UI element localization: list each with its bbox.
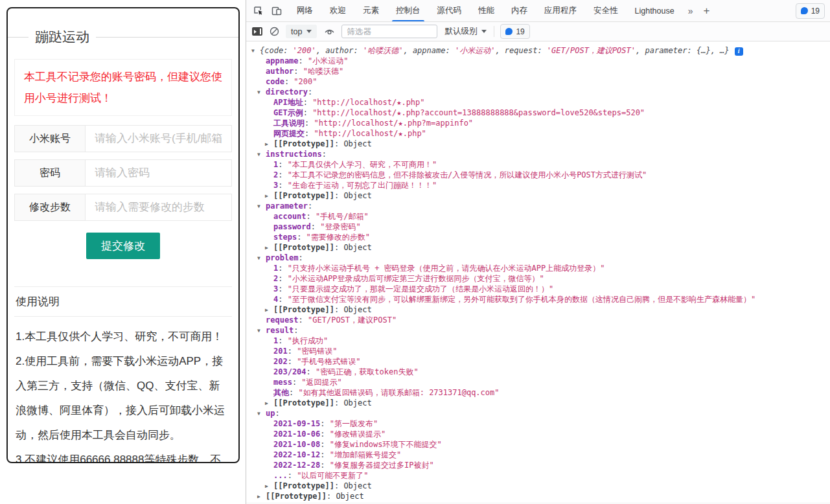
property-key: mess: [273, 378, 292, 387]
devtools-tabs: 网络欢迎元素控制台源代码性能内存应用程序安全性Lighthouse: [288, 0, 683, 21]
expand-arrow-icon[interactable]: ▼: [257, 201, 266, 212]
password-label: 密码: [15, 160, 86, 186]
property-value: "如有其他返回错误码，请联系邮箱: 2731371@qq.com": [298, 388, 499, 397]
property-key: 2021-09-15: [273, 419, 320, 428]
tab-elements[interactable]: 元素: [354, 0, 387, 21]
usage-item: 2.使用工具前，需要下载小米运动APP，接入第三方，支持（微信、QQ、支付宝、新…: [16, 349, 231, 448]
tab-network[interactable]: 网络: [288, 0, 321, 21]
javascript-context-select[interactable]: top: [286, 25, 317, 38]
console-row: 1: "本工具仅供个人学习、研究，不可商用！": [246, 159, 830, 170]
tab-lighthouse[interactable]: Lighthouse: [627, 0, 683, 21]
property-value: "手机号格式错误": [297, 357, 360, 366]
title-divider-right: [96, 37, 238, 38]
property-key: API地址: [273, 98, 303, 107]
issues-button[interactable]: 19: [796, 3, 825, 19]
object-preview-text: {code: '200', author: '哈喽沃德', appname: '…: [260, 46, 730, 55]
expand-arrow-icon[interactable]: ▼: [257, 409, 266, 419]
console-filter-input[interactable]: [341, 25, 437, 38]
console-row: 2021-10-06: "修改错误提示": [246, 429, 830, 439]
property-value: "密码错误": [297, 347, 337, 356]
property-value: "小米运动APP登录成功后可绑定第三方进行数据同步（支付宝，微信等）": [288, 274, 544, 283]
password-input[interactable]: [86, 160, 231, 186]
expand-arrow-icon[interactable]: ▼: [257, 150, 266, 160]
console-entry-divider: [246, 503, 830, 503]
login-form: 小米账号密码修改步数: [14, 125, 232, 221]
console-row: 201: "密码错误": [246, 346, 830, 356]
log-level-select[interactable]: 默认级别: [443, 26, 488, 37]
form-row-password: 密码: [14, 159, 232, 187]
mi-account-input[interactable]: [86, 126, 231, 152]
console-row: account: "手机号/邮箱": [246, 211, 830, 222]
tab-performance[interactable]: 性能: [470, 0, 503, 21]
expand-arrow-icon[interactable]: ▶: [257, 492, 266, 502]
usage-list: 1.本工具仅供个人学习、研究，不可商用！2.使用工具前，需要下载小米运动APP，…: [14, 317, 232, 463]
expand-arrow-icon[interactable]: ▶: [265, 481, 273, 492]
live-expression-eye-icon[interactable]: [323, 25, 336, 38]
steps-label: 修改步数: [15, 194, 86, 220]
console-row: GET示例: "http://localhost/★.php?account=1…: [246, 108, 830, 118]
console-object-rows: appname: "小米运动"author: "哈喽沃德"code: "200"…: [246, 56, 830, 501]
devtools-panel: 网络欢迎元素控制台源代码性能内存应用程序安全性Lighthouse » + 19…: [246, 0, 830, 504]
expand-arrow-icon[interactable]: ▶: [265, 398, 273, 409]
expand-arrow-icon[interactable]: ▶: [265, 139, 273, 150]
expand-arrow-icon[interactable]: ▶: [265, 191, 273, 201]
property-value: "返回提示": [301, 378, 341, 387]
property-key: up: [266, 409, 275, 418]
console-row: 2022-10-12: "增加邮箱账号提交": [246, 450, 830, 460]
property-value: "修改错误提示": [330, 430, 386, 439]
property-value: "http://localhost/★.php?m=appinfo": [314, 119, 473, 128]
console-row: ▼parameter:: [246, 201, 830, 211]
tab-memory[interactable]: 内存: [503, 0, 536, 21]
property-value: "只要显示提交成功了，那就一定是提交成功了（结果是小米运动返回的！）": [288, 284, 553, 293]
property-key: 2022-10-12: [273, 450, 320, 459]
form-row-mi-account: 小米账号: [14, 125, 232, 152]
steps-input[interactable]: [86, 194, 231, 220]
usage-heading: 使用说明: [14, 286, 232, 317]
property-key: 202: [273, 357, 288, 366]
issues-bubble-icon: [801, 7, 808, 14]
page-title-row: 蹦跶运动: [8, 28, 238, 46]
property-key: code: [266, 77, 284, 86]
more-tabs-icon[interactable]: »: [683, 6, 698, 16]
property-value: "至于微信支付宝等没有同步，可以解绑重新绑定，另外可能获取到了你手机本身的数据（…: [288, 295, 755, 304]
device-toolbar-icon[interactable]: [269, 3, 284, 19]
console-toolbar: top 默认级别 19: [246, 22, 830, 41]
property-value: "执行成功": [288, 336, 328, 345]
clear-console-icon[interactable]: [268, 26, 280, 38]
submit-button[interactable]: 提交修改: [86, 233, 160, 259]
expand-arrow-icon[interactable]: ▼: [257, 326, 266, 336]
context-label: top: [291, 27, 302, 36]
expand-arrow-icon[interactable]: ▼: [257, 253, 266, 264]
expand-arrow-icon[interactable]: ▶: [265, 243, 273, 253]
tool-card: 蹦跶运动 本工具不记录您的账号密码，但建议您使用小号进行测试！ 小米账号密码修改…: [6, 7, 240, 463]
property-key: [[Prototype]]: [273, 481, 334, 490]
tab-application[interactable]: 应用程序: [536, 0, 585, 21]
console-sidebar-icon[interactable]: [252, 27, 262, 36]
tab-console[interactable]: 控制台: [387, 0, 429, 21]
log-level-label: 默认级别: [444, 26, 477, 37]
property-key: result: [266, 326, 294, 335]
tab-sources[interactable]: 源代码: [429, 0, 470, 21]
console-row: 2021-09-15: "第一版发布": [246, 418, 830, 429]
property-key: directory: [266, 87, 308, 97]
tab-security[interactable]: 安全性: [585, 0, 627, 21]
property-key: 2021-10-08: [273, 440, 320, 449]
expand-arrow-icon[interactable]: ▼: [251, 46, 260, 56]
usage-item: 1.本工具仅供个人学习、研究，不可商用！: [16, 325, 231, 349]
property-value: "GET/POST，建议POST": [308, 315, 397, 325]
inspect-element-icon[interactable]: [251, 3, 266, 19]
add-tab-icon[interactable]: +: [698, 5, 715, 17]
tab-welcome[interactable]: 欢迎: [321, 0, 354, 21]
info-icon[interactable]: i: [735, 47, 743, 56]
property-value: Object: [336, 492, 363, 501]
console-row: request: "GET/POST，建议POST": [246, 315, 830, 325]
console-row: ▶[[Prototype]]: Object: [246, 242, 830, 253]
console-messages-badge[interactable]: 19: [500, 24, 529, 39]
toolbar-divider: [494, 26, 494, 37]
console-row: ▶[[Prototype]]: Object: [246, 398, 830, 408]
expand-arrow-icon[interactable]: ▶: [265, 305, 273, 315]
console-row: 2022-12-28: "修复服务器提交过多IP被封": [246, 460, 830, 470]
mi-fit-tool-page: 蹦跶运动 本工具不记录您的账号密码，但建议您使用小号进行测试！ 小米账号密码修改…: [0, 0, 246, 504]
expand-arrow-icon[interactable]: ▼: [257, 87, 266, 98]
property-key: author: [266, 67, 294, 76]
